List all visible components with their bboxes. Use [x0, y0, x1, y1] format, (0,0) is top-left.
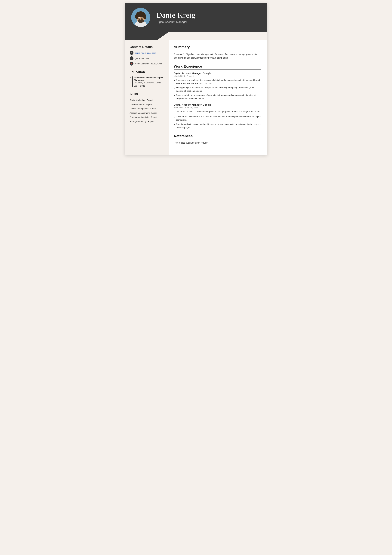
bullet-text: Collaborated with internal and external …: [176, 115, 261, 122]
bullet-item: • Managed digital accounts for multiple …: [174, 86, 261, 93]
resume-header: Danie Kreig Digital Account Manager: [125, 3, 267, 32]
svg-point-7: [143, 14, 146, 19]
contact-location-item: 📍 North Catherine, 82061, Ohio: [130, 62, 165, 66]
references-text: References available upon request: [174, 141, 261, 144]
bullet-item: • Developed and implemented successful d…: [174, 79, 261, 85]
phone-icon: 📞: [130, 56, 134, 60]
svg-point-12: [142, 17, 143, 18]
references-title: References: [174, 134, 261, 139]
edu-years: 2017 - 2021: [134, 84, 165, 88]
bullet-item: • Collaborated with internal and externa…: [174, 115, 261, 122]
job-bullets-2: • Generated detailed performance reports…: [174, 110, 261, 129]
svg-point-11: [139, 17, 139, 18]
bullet-dot: •: [174, 110, 175, 114]
edu-school: University of California, Davis: [134, 81, 165, 84]
education-section: Education ● Bachelor of Science in Digit…: [130, 70, 165, 87]
work-experience-section: Work Experience Digital Account Manager,…: [174, 65, 261, 129]
bullet-text: Managed digital accounts for multiple cl…: [176, 86, 261, 93]
contact-phone-item: 📞 (590) 559 2364: [130, 56, 165, 60]
resume-document: Danie Kreig Digital Account Manager Cont…: [125, 3, 267, 155]
edu-degree: Bachelor of Science in Digital Marketing: [134, 76, 165, 81]
candidate-name: Danie Kreig: [157, 11, 261, 20]
skills-section: Skills Digital Marketing - Expert Client…: [130, 92, 165, 124]
bullet-dot: •: [174, 115, 175, 119]
resume-body: Contact Details ✉ daniekreig@gmail.com 📞…: [125, 40, 267, 155]
sidebar: Contact Details ✉ daniekreig@gmail.com 📞…: [125, 40, 169, 155]
job-bullets-1: • Developed and implemented successful d…: [174, 79, 261, 100]
svg-point-16: [140, 19, 141, 20]
bullet-dot: •: [174, 86, 175, 90]
chevron-decoration: [125, 32, 267, 40]
job-entry-2: Digital Account Manager, Google May 2021…: [174, 103, 261, 129]
location-icon: 📍: [130, 62, 134, 66]
bullet-item: • Spearheaded the development of new cli…: [174, 94, 261, 100]
summary-text: Example 1: Digital Account Manager with …: [174, 52, 261, 60]
contact-email-item: ✉ daniekreig@gmail.com: [130, 51, 165, 55]
main-content: Summary Example 1: Digital Account Manag…: [169, 40, 267, 155]
candidate-title: Digital Account Manager: [157, 20, 261, 24]
contact-section: Contact Details ✉ daniekreig@gmail.com 📞…: [130, 45, 165, 66]
location-value: North Catherine, 82061, Ohio: [135, 63, 162, 65]
bullet-text: Generated detailed performance reports t…: [176, 110, 260, 113]
work-experience-title: Work Experience: [174, 65, 261, 70]
bullet-text: Spearheaded the development of new clien…: [176, 94, 261, 100]
summary-section: Summary Example 1: Digital Account Manag…: [174, 45, 261, 60]
skill-item: Account Management - Expert: [130, 111, 165, 115]
bullet-dot: •: [174, 94, 175, 98]
avatar: [131, 8, 150, 27]
header-info: Danie Kreig Digital Account Manager: [157, 11, 261, 24]
job-dates-2: May 2021 - February 2023: [174, 106, 261, 109]
education-section-title: Education: [130, 70, 165, 74]
job-entry-1: Digital Account Manager, Google March 20…: [174, 72, 261, 100]
skill-item: Strategic Planning - Expert: [130, 119, 165, 124]
job-title-1: Digital Account Manager, Google: [174, 72, 261, 74]
job-title-2: Digital Account Manager, Google: [174, 103, 261, 106]
phone-value: (590) 559 2364: [135, 57, 149, 59]
bullet-text: Developed and implemented successful dig…: [176, 79, 261, 85]
email-value[interactable]: daniekreig@gmail.com: [135, 52, 156, 54]
svg-point-6: [135, 14, 138, 19]
education-entry: ● Bachelor of Science in Digital Marketi…: [130, 76, 165, 87]
bullet-dot: •: [174, 123, 175, 127]
bullet-item: • Generated detailed performance reports…: [174, 110, 261, 114]
job-dates-1: March 2023 - Present: [174, 75, 261, 77]
skills-section-title: Skills: [130, 92, 165, 96]
skill-item: Communication Skills - Expert: [130, 115, 165, 119]
references-section: References References available upon req…: [174, 134, 261, 144]
email-icon: ✉: [130, 51, 134, 55]
bullet-dot: •: [174, 79, 175, 83]
skill-item: Digital Marketing - Expert: [130, 98, 165, 102]
bullet-item: • Coordinated with cross-functional team…: [174, 123, 261, 129]
bullet-text: Coordinated with cross-functional teams …: [176, 123, 261, 129]
skill-item: Project Management - Expert: [130, 107, 165, 111]
summary-title: Summary: [174, 45, 261, 50]
contact-section-title: Contact Details: [130, 45, 165, 49]
skill-item: Client Relations - Expert: [130, 102, 165, 107]
edu-bullet-dot: ●: [130, 77, 131, 79]
